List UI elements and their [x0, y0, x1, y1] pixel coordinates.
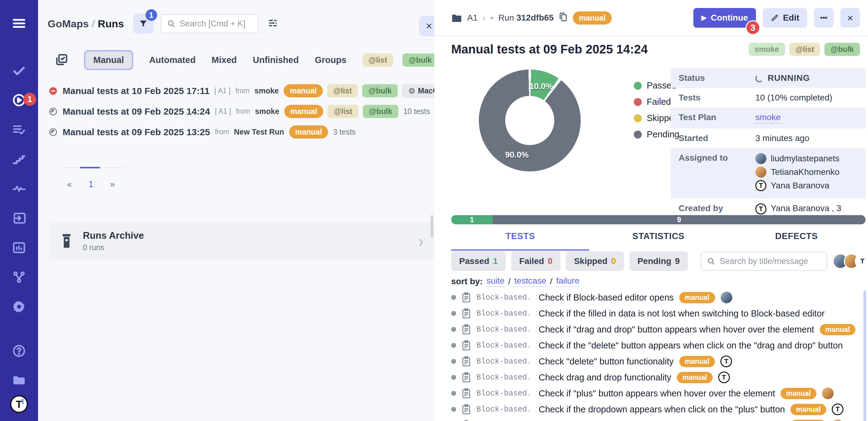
test-list-item[interactable]: Block-based... Check if the "delete" but…: [451, 337, 864, 354]
test-title[interactable]: Check "delete" button functionality: [539, 357, 674, 367]
pagination-prev[interactable]: «: [67, 179, 72, 189]
branch-icon[interactable]: [0, 262, 38, 292]
more-actions-button[interactable]: •••: [814, 8, 834, 28]
bar-chart-icon[interactable]: [0, 233, 38, 262]
result-filter-button[interactable]: Passed 1: [451, 251, 506, 271]
assignee[interactable]: Yana Baranova: [755, 180, 839, 191]
avatar: [855, 254, 868, 269]
test-title[interactable]: Check if the filled in data is not lost …: [539, 309, 825, 319]
detail-tab[interactable]: TESTS: [451, 231, 589, 251]
avatar: [755, 153, 766, 164]
runs-tab[interactable]: Manual: [84, 50, 133, 70]
user-avatar-logo[interactable]: T: [10, 395, 28, 413]
test-suite-name[interactable]: Block-based...: [476, 357, 533, 366]
test-status-dot: [451, 407, 456, 412]
runs-tag-tab[interactable]: @list: [363, 54, 394, 67]
detail-tab[interactable]: STATISTICS: [589, 231, 727, 251]
test-suite-name[interactable]: Block-based...: [476, 389, 533, 398]
test-title[interactable]: Check drag and drop functionality: [539, 372, 671, 383]
search-icon: [167, 19, 176, 28]
run-list-item[interactable]: Manual tests at 10 Feb 2025 17:11 [ A1 ]…: [38, 81, 434, 101]
pagination: « 1 »: [60, 167, 125, 189]
test-suite-name[interactable]: Block-based...: [476, 405, 533, 414]
test-type-badge: manual: [679, 292, 715, 303]
test-list-item[interactable]: Block-based... Check "delete" button fun…: [451, 354, 864, 369]
run-tag: smoke: [749, 43, 785, 56]
test-type-badge: manual: [790, 404, 826, 415]
runs-filter-tabs: ManualAutomatedMixedUnfinishedGroups @li…: [38, 50, 434, 70]
test-title[interactable]: Check if the dropdown appears when click…: [539, 404, 785, 415]
sort-by-testcase[interactable]: testcase: [515, 276, 546, 287]
run-detail-title: Manual tests at 09 Feb 2025 14:24: [451, 43, 648, 56]
left-scrollbar-thumb[interactable]: [431, 215, 433, 237]
tests-search-input[interactable]: [720, 257, 821, 266]
continue-button[interactable]: ▶ Continue 3: [693, 8, 756, 28]
sidebar-runs-badge: 1: [23, 93, 36, 106]
steps-icon[interactable]: [0, 144, 38, 174]
folder-icon[interactable]: [0, 366, 38, 395]
runs-tag-tab[interactable]: @bulk: [402, 54, 438, 67]
test-list-item[interactable]: Block-based... Check if the dropdown app…: [451, 401, 864, 417]
sign-in-icon[interactable]: [0, 203, 38, 233]
help-icon[interactable]: [0, 336, 38, 366]
edit-button[interactable]: Edit: [763, 8, 807, 28]
breadcrumb-project[interactable]: GoMaps: [48, 18, 89, 29]
detail-tab[interactable]: DEFECTS: [727, 231, 866, 251]
select-all-icon[interactable]: [55, 53, 68, 67]
gear-icon[interactable]: [0, 292, 38, 321]
pulse-icon[interactable]: [0, 174, 38, 203]
test-case-icon: [462, 340, 471, 350]
run-list-item[interactable]: Manual tests at 09 Feb 2025 14:24 [ A1 ]…: [38, 101, 434, 122]
result-filter-button[interactable]: Skipped 0: [566, 251, 624, 271]
runs-search-input[interactable]: [180, 19, 252, 29]
app-window: 1 T: [0, 0, 868, 421]
test-suite-name[interactable]: Block-based...: [476, 309, 533, 318]
test-suite-name[interactable]: Block-based...: [476, 373, 533, 382]
test-title[interactable]: Check if Block-based editor opens: [539, 292, 674, 303]
runs-play-circle-icon[interactable]: 1: [0, 85, 38, 115]
result-filter-button[interactable]: Pending 9: [629, 251, 688, 271]
test-plan-link[interactable]: smoke: [755, 112, 780, 123]
assignee[interactable]: TetianaKhomenko: [755, 167, 839, 178]
run-detail-tags: smoke@list@bulk: [749, 43, 860, 56]
result-filter-button[interactable]: Failed 0: [512, 251, 561, 271]
run-tag: @bulk: [825, 43, 860, 56]
test-list-item[interactable]: Block-based... Check if the dropdown app…: [451, 417, 864, 421]
run-badge: manual: [284, 105, 323, 118]
test-suite-name[interactable]: Block-based...: [476, 341, 533, 350]
avatar: [832, 419, 843, 421]
sort-by-suite[interactable]: suite: [487, 276, 505, 287]
runs-tab[interactable]: Mixed: [212, 55, 237, 65]
test-list-item[interactable]: Block-based... Check drag and drop funct…: [451, 369, 864, 385]
test-list-item[interactable]: Block-based... Check if "plus" button ap…: [451, 385, 864, 401]
test-suite-name[interactable]: Block-based...: [476, 293, 533, 302]
check-icon[interactable]: [0, 56, 38, 85]
test-list-item[interactable]: Block-based... Check if Block-based edit…: [451, 289, 864, 305]
run-list-item[interactable]: Manual tests at 09 Feb 2025 13:25 from N…: [38, 122, 434, 142]
pagination-page-1[interactable]: 1: [88, 179, 93, 189]
test-list-item[interactable]: Block-based... Check if the filled in da…: [451, 305, 864, 321]
copy-icon[interactable]: [559, 11, 568, 25]
assignee-avatar-stack[interactable]: [837, 254, 868, 269]
status-value: RUNNING: [768, 73, 810, 83]
close-detail-button[interactable]: ×: [840, 8, 860, 28]
test-title[interactable]: Check if the "delete" button appears whe…: [539, 340, 843, 350]
breadcrumb-folder[interactable]: A1: [467, 13, 477, 23]
menu-icon[interactable]: [0, 9, 38, 38]
runs-tab[interactable]: Automated: [149, 55, 195, 65]
assignee[interactable]: liudmylastepanets: [755, 153, 839, 164]
test-title[interactable]: Check if "plus" button appears when hove…: [539, 388, 775, 399]
test-title[interactable]: Check if "drag and drop" button appears …: [539, 325, 814, 335]
display-settings-button[interactable]: [268, 18, 278, 29]
list-check-icon[interactable]: [0, 115, 38, 144]
sort-by-failure[interactable]: failure: [556, 276, 580, 287]
pagination-next[interactable]: »: [110, 179, 115, 189]
runs-tab[interactable]: Groups: [315, 55, 346, 65]
filter-button[interactable]: 1: [133, 13, 153, 34]
test-suite-name[interactable]: Block-based...: [476, 325, 533, 334]
test-list-item[interactable]: Block-based... Check if "drag and drop" …: [451, 321, 864, 337]
runs-tab[interactable]: Unfinished: [253, 55, 299, 65]
runs-archive-card[interactable]: Runs Archive 0 runs ›: [49, 223, 434, 259]
right-scrollbar-thumb[interactable]: [863, 290, 866, 421]
progress-passed-segment: 1: [451, 215, 493, 224]
